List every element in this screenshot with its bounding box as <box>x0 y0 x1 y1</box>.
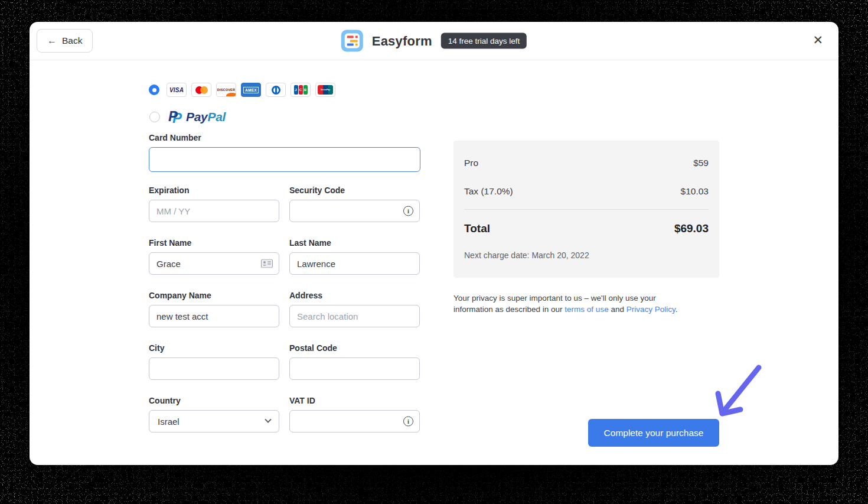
back-button-label: Back <box>62 35 82 46</box>
vat-id-info-icon[interactable]: i <box>403 417 413 427</box>
vat-id-label: VAT ID <box>289 396 420 405</box>
trial-badge: 14 free trial days left <box>441 33 527 49</box>
company-name-label: Company Name <box>149 291 279 300</box>
last-name-label: Last Name <box>289 238 420 248</box>
tax-label: Tax (17.0%) <box>464 186 513 197</box>
summary-line-item: Pro $59 <box>464 149 709 177</box>
checkout-modal: ← Back Easyform 14 free trial days left … <box>30 22 838 465</box>
summary-line-item: Tax (17.0%) $10.03 <box>464 177 709 206</box>
company-name-input[interactable] <box>149 305 279 327</box>
card-radio-selected[interactable] <box>149 84 159 95</box>
security-code-info-icon[interactable]: i <box>403 206 413 216</box>
plan-price: $59 <box>693 158 709 168</box>
privacy-policy-link[interactable]: Privacy Policy <box>626 305 676 314</box>
annotation-arrow-icon <box>713 363 778 422</box>
country-selected-value: Israel <box>158 417 180 427</box>
complete-purchase-button[interactable]: Complete your purchase <box>588 419 719 447</box>
discover-icon: DISCOVER <box>216 83 236 97</box>
card-number-input[interactable] <box>149 147 420 172</box>
privacy-note: Your privacy is super important to us – … <box>453 293 690 315</box>
postal-code-input[interactable] <box>289 357 420 380</box>
diners-club-icon <box>266 83 286 97</box>
payment-method-card-row: VISA DISCOVER AMEX J C B <box>149 83 335 97</box>
back-button[interactable]: ← Back <box>37 29 93 53</box>
paypal-radio[interactable] <box>149 112 160 122</box>
city-label: City <box>149 343 279 353</box>
terms-of-use-link[interactable]: terms of use <box>564 305 608 314</box>
country-label: Country <box>149 396 279 405</box>
last-name-input[interactable] <box>289 252 420 275</box>
visa-icon: VISA <box>167 83 187 97</box>
expiration-input[interactable] <box>149 200 279 222</box>
modal-header: ← Back Easyform 14 free trial days left … <box>30 22 838 60</box>
amex-icon: AMEX <box>241 83 261 97</box>
jcb-icon: J C B <box>291 83 311 97</box>
order-summary-panel: Pro $59 Tax (17.0%) $10.03 Total $69.03 … <box>453 141 719 278</box>
card-number-label: Card Number <box>149 133 420 142</box>
brand-header: Easyform 14 free trial days left <box>341 30 527 52</box>
first-name-input[interactable] <box>149 252 279 275</box>
paypal-logo-icon[interactable]: P P PayPal <box>168 109 226 125</box>
total-label: Total <box>464 222 490 235</box>
city-input[interactable] <box>149 357 279 380</box>
mastercard-icon <box>191 83 211 97</box>
first-name-label: First Name <box>149 238 279 248</box>
postal-code-label: Postal Code <box>289 343 420 353</box>
unionpay-icon: UnionPay <box>315 83 335 97</box>
back-arrow-icon: ← <box>47 35 57 46</box>
expiration-label: Expiration <box>149 186 279 195</box>
chevron-down-icon <box>265 417 271 423</box>
security-code-label: Security Code <box>289 186 420 195</box>
plan-name: Pro <box>464 158 478 168</box>
address-label: Address <box>289 291 420 300</box>
next-charge-date: Next charge date: March 20, 2022 <box>464 251 709 260</box>
tax-amount: $10.03 <box>681 186 709 197</box>
security-code-input[interactable] <box>289 200 420 222</box>
country-select[interactable]: Israel <box>149 410 279 433</box>
total-amount: $69.03 <box>674 222 709 235</box>
summary-total-row: Total $69.03 <box>464 210 709 235</box>
card-brand-list: VISA DISCOVER AMEX J C B <box>167 83 335 97</box>
vat-id-input[interactable] <box>289 410 420 433</box>
close-icon[interactable]: ✕ <box>812 34 823 46</box>
contact-card-icon[interactable] <box>261 259 273 268</box>
payment-method-paypal-row: P P PayPal <box>149 109 226 125</box>
address-input[interactable] <box>289 305 420 327</box>
easyform-logo-icon <box>341 30 363 52</box>
app-title: Easyform <box>372 33 432 48</box>
